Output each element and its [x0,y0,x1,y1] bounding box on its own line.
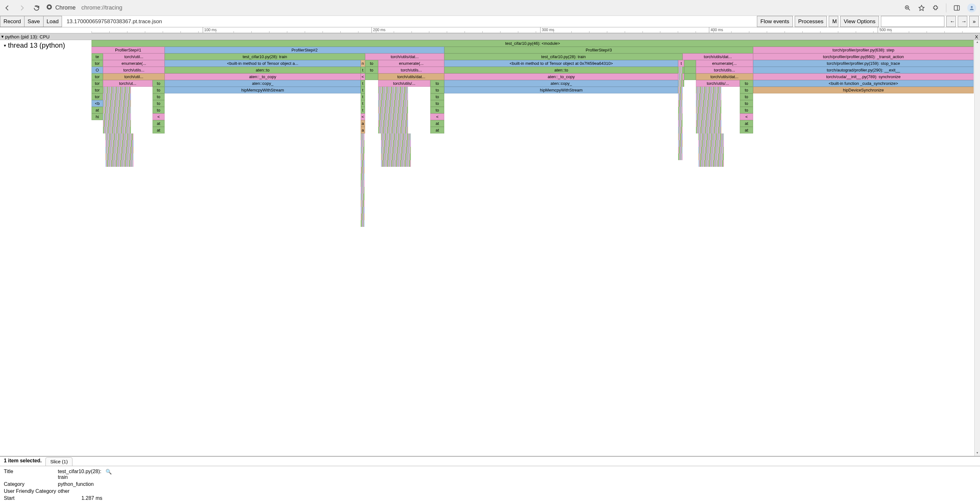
flame-slice[interactable]: enumerate(... [378,60,444,67]
flame-fine-block[interactable] [678,107,686,113]
flame-slice[interactable]: at [153,127,165,134]
flame-slice[interactable]: torch/utils/dat... [365,53,445,60]
flame-slice[interactable]: hipMemcpyWithStream [165,87,360,94]
flame-slice[interactable]: to [430,107,444,113]
flame-fine-block[interactable] [105,134,155,140]
flame-slice[interactable]: < [153,113,165,120]
flame-fine-block[interactable] [103,87,152,94]
flame-slice[interactable]: torch/profiler/profiler.py(638): step [753,47,974,53]
flame-fine-block[interactable] [361,207,367,213]
flame-slice[interactable]: to [740,107,753,113]
flame-fine-block[interactable] [105,160,155,167]
flame-slice[interactable]: t [361,80,365,87]
flame-slice[interactable]: torch/utils... [696,67,753,73]
caret-down-icon[interactable]: ▾ [1,34,5,40]
flame-fine-block[interactable] [678,80,686,87]
flame-slice[interactable]: torch/ut... [103,80,152,87]
flame-fine-block[interactable] [361,194,367,200]
extensions-icon[interactable] [932,5,939,11]
process-header[interactable]: ▾ python (pid 13): CPU X [0,33,980,40]
flame-fine-block[interactable] [103,113,152,120]
flame-fine-block[interactable] [698,153,743,160]
scroll-down-icon[interactable]: ▾ [975,451,980,456]
profile-avatar[interactable] [967,3,976,13]
flame-slice[interactable]: at [740,120,753,127]
flame-fine-block[interactable] [696,127,740,134]
flame-fine-block[interactable] [378,87,430,94]
flame-slice[interactable]: <built-in method to of Tensor object at … [444,60,678,67]
flame-slice[interactable]: to [365,60,379,67]
flame-fine-block[interactable] [678,120,686,127]
flame-slice[interactable]: torch/utils/... [378,80,430,87]
flame-slice[interactable]: to [740,100,753,107]
flame-fine-block[interactable] [678,153,686,160]
reload-button[interactable] [33,5,40,11]
flame-slice[interactable]: to [740,87,753,94]
flame-fine-block[interactable] [378,120,430,127]
flame-slice[interactable]: te [92,53,103,60]
side-panel-icon[interactable] [953,5,960,11]
magnifier-icon[interactable]: 🔍 [105,469,112,480]
flow-events-button[interactable]: Flow events [757,16,793,27]
flame-slice[interactable]: torch/profiler/profiler.py(660): _transi… [753,53,974,60]
save-button[interactable]: Save [24,16,43,27]
time-ruler[interactable]: 100 ms200 ms300 ms400 ms500 ms [92,27,980,33]
flame-fine-block[interactable] [381,153,433,160]
flame-slice[interactable]: torch/autograd/profiler.py(290): __exit_… [753,67,974,73]
flame-slice[interactable]: torch/profiler/profiler.py(159): stop_tr… [753,60,974,67]
flame-slice[interactable]: to [365,67,379,73]
flame-fine-block[interactable] [678,73,686,80]
flame-fine-block[interactable] [361,180,367,187]
flame-slice[interactable]: aten::to [444,67,678,73]
flame-fine-block[interactable] [696,120,740,127]
flame-slice[interactable]: aten::copy_ [165,80,360,87]
flame-slice[interactable]: aten::copy_ [444,80,678,87]
flame-slice[interactable]: at [740,127,753,134]
flame-slice[interactable]: torch/utils/... [696,80,740,87]
load-button[interactable]: Load [43,16,62,27]
flame-slice[interactable]: to [430,80,444,87]
flame-fine-block[interactable] [378,127,430,134]
flame-slice[interactable]: to [153,107,165,113]
flame-slice[interactable]: < [361,73,365,80]
flame-fine-block[interactable] [105,140,155,147]
search-input[interactable] [881,16,944,27]
flame-slice[interactable]: < [740,113,753,120]
nav-prev-button[interactable]: ← [946,16,956,27]
flame-slice[interactable]: t [361,67,365,73]
flame-slice[interactable] [365,73,379,80]
forward-button[interactable] [18,5,25,11]
flame-slice[interactable]: test_cifar10.py(28): train [165,53,365,60]
scroll-up-icon[interactable]: ▴ [975,40,980,45]
flame-fine-block[interactable] [378,100,430,107]
flame-slice[interactable]: test_cifar10.py(46): <module> [92,40,974,47]
flame-fine-block[interactable] [103,107,152,113]
flame-slice[interactable]: torch/util... [103,53,165,60]
flame-slice[interactable]: at [92,107,103,113]
flame-slice[interactable]: torch/utils... [378,67,444,73]
flame-graph[interactable]: test_cifar10.py(46): <module>ProfilerSte… [92,40,974,456]
flame-slice[interactable]: < [361,113,365,120]
flame-fine-block[interactable] [103,94,152,100]
flame-slice[interactable]: enumerate(... [103,60,165,67]
record-button[interactable]: Record [0,16,24,27]
flame-slice[interactable]: a [361,120,365,127]
flame-fine-block[interactable] [103,100,152,107]
flame-slice[interactable]: to [153,80,165,87]
flame-fine-block[interactable] [361,220,367,227]
flame-fine-block[interactable] [361,134,367,140]
flame-slice[interactable]: ProfilerStep#2 [165,47,444,53]
vertical-scrollbar[interactable]: ▴ ▾ [974,40,980,456]
flame-fine-block[interactable] [361,160,367,167]
flame-slice[interactable]: ProfilerStep#1 [92,47,165,53]
flame-slice[interactable]: tor [92,87,103,94]
flame-slice[interactable]: ProfilerStep#3 [444,47,753,53]
flame-fine-block[interactable] [105,153,155,160]
flame-fine-block[interactable] [678,140,686,147]
flame-fine-block[interactable] [103,120,152,127]
flame-slice[interactable]: to [153,87,165,94]
flame-fine-block[interactable] [378,94,430,100]
nav-next-button[interactable]: → [958,16,967,27]
flame-fine-block[interactable] [361,147,367,153]
flame-slice[interactable]: aten::_to_copy [165,73,360,80]
